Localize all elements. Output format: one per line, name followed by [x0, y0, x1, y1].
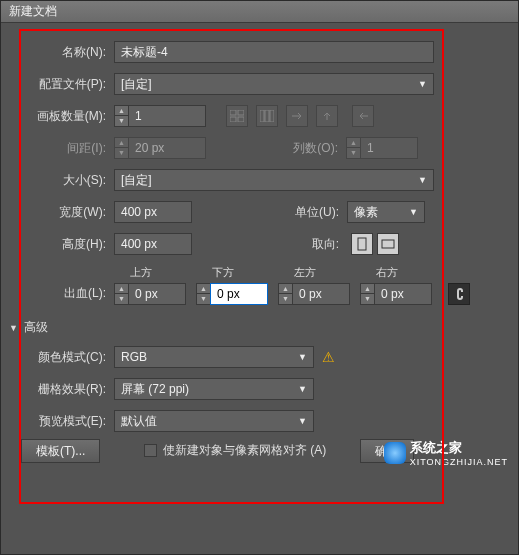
dialog-content: 名称(N): 配置文件(P): [自定] ▼ 画板数量(M): ▲▼	[1, 23, 518, 477]
artboards-input[interactable]	[128, 105, 206, 127]
portrait-button[interactable]	[351, 233, 373, 255]
spin-down-icon[interactable]: ▼	[115, 294, 128, 304]
advanced-toggle[interactable]: ▼ 高级	[9, 319, 500, 336]
svg-rect-2	[230, 117, 236, 122]
chevron-down-icon: ▼	[418, 79, 427, 89]
spacing-input	[128, 137, 206, 159]
watermark-url: XITONGZHIJIA.NET	[410, 457, 508, 467]
grid-row-icon[interactable]	[226, 105, 248, 127]
bleed-top-label: 上方	[114, 265, 152, 280]
raster-value: 屏幕 (72 ppi)	[121, 381, 189, 398]
watermark-logo-icon	[384, 442, 406, 464]
chevron-down-icon: ▼	[298, 384, 307, 394]
columns-input	[360, 137, 418, 159]
spacing-spinner: ▲▼	[114, 137, 206, 159]
label-colormode: 颜色模式(C):	[19, 349, 114, 366]
svg-rect-4	[260, 110, 264, 122]
new-document-dialog: 新建文档 名称(N): 配置文件(P): [自定] ▼ 画板数量(M): ▲▼	[0, 0, 519, 555]
bleed-right-spinner[interactable]: ▲▼	[360, 283, 432, 305]
label-size: 大小(S):	[19, 172, 114, 189]
name-input[interactable]	[114, 41, 434, 63]
size-value: [自定]	[121, 172, 152, 189]
spin-up-icon: ▲	[115, 138, 128, 148]
svg-rect-8	[382, 240, 394, 248]
label-spacing: 间距(I):	[19, 140, 114, 157]
bleed-bottom-spinner[interactable]: ▲▼	[196, 283, 268, 305]
colormode-value: RGB	[121, 350, 147, 364]
spin-down-icon: ▼	[347, 148, 360, 158]
unit-value: 像素	[354, 204, 378, 221]
chevron-down-icon: ▼	[298, 352, 307, 362]
landscape-button[interactable]	[377, 233, 399, 255]
dialog-title: 新建文档	[1, 1, 518, 23]
spin-up-icon[interactable]: ▲	[115, 284, 128, 294]
template-button[interactable]: 模板(T)...	[21, 439, 100, 463]
spin-down-icon[interactable]: ▼	[279, 294, 292, 304]
triangle-down-icon: ▼	[9, 323, 18, 333]
label-bleed: 出血(L):	[19, 285, 114, 305]
label-height: 高度(H):	[19, 236, 114, 253]
chevron-down-icon: ▼	[298, 416, 307, 426]
artboards-spinner[interactable]: ▲▼	[114, 105, 206, 127]
label-raster: 栅格效果(R):	[19, 381, 114, 398]
label-preview: 预览模式(E):	[19, 413, 114, 430]
bleed-left-input[interactable]	[292, 283, 350, 305]
profile-value: [自定]	[121, 76, 152, 93]
svg-rect-1	[238, 110, 244, 115]
bleed-bottom-label: 下方	[196, 265, 234, 280]
columns-spinner: ▲▼	[346, 137, 418, 159]
bleed-top-input[interactable]	[128, 283, 186, 305]
spin-down-icon[interactable]: ▼	[197, 294, 210, 304]
chevron-down-icon: ▼	[409, 207, 418, 217]
spin-up-icon: ▲	[347, 138, 360, 148]
svg-rect-6	[270, 110, 274, 122]
label-name: 名称(N):	[19, 44, 114, 61]
size-select[interactable]: [自定] ▼	[114, 169, 434, 191]
spin-up-icon[interactable]: ▲	[115, 106, 128, 116]
advanced-label: 高级	[24, 319, 48, 336]
preview-value: 默认值	[121, 413, 157, 430]
spin-up-icon[interactable]: ▲	[361, 284, 374, 294]
bleed-top-spinner[interactable]: ▲▼	[114, 283, 186, 305]
svg-rect-7	[358, 238, 366, 250]
label-unit: 单位(U):	[192, 204, 347, 221]
warning-icon: ⚠	[322, 349, 335, 365]
spin-up-icon[interactable]: ▲	[197, 284, 210, 294]
arrow-right-icon[interactable]	[286, 105, 308, 127]
colormode-select[interactable]: RGB ▼	[114, 346, 314, 368]
svg-rect-0	[230, 110, 236, 115]
arrow-left-icon[interactable]	[352, 105, 374, 127]
svg-rect-3	[238, 117, 244, 122]
width-input[interactable]	[114, 201, 192, 223]
label-profile: 配置文件(P):	[19, 76, 114, 93]
spin-down-icon[interactable]: ▼	[361, 294, 374, 304]
bleed-right-input[interactable]	[374, 283, 432, 305]
grid-col-icon[interactable]	[256, 105, 278, 127]
height-input[interactable]	[114, 233, 192, 255]
raster-select[interactable]: 屏幕 (72 ppi) ▼	[114, 378, 314, 400]
spin-up-icon[interactable]: ▲	[279, 284, 292, 294]
label-width: 宽度(W):	[19, 204, 114, 221]
preview-select[interactable]: 默认值 ▼	[114, 410, 314, 432]
bleed-left-spinner[interactable]: ▲▼	[278, 283, 350, 305]
bleed-left-label: 左方	[278, 265, 316, 280]
label-artboards: 画板数量(M):	[19, 108, 114, 125]
unit-select[interactable]: 像素 ▼	[347, 201, 425, 223]
watermark-name: 系统之家	[410, 439, 508, 457]
bleed-right-label: 右方	[360, 265, 398, 280]
profile-select[interactable]: [自定] ▼	[114, 73, 434, 95]
spin-down-icon[interactable]: ▼	[115, 116, 128, 126]
link-bleed-button[interactable]	[448, 283, 470, 305]
arrow-up-icon[interactable]	[316, 105, 338, 127]
watermark: 系统之家 XITONGZHIJIA.NET	[384, 439, 508, 467]
bleed-bottom-input[interactable]	[210, 283, 268, 305]
svg-rect-5	[265, 110, 269, 122]
spin-down-icon: ▼	[115, 148, 128, 158]
chevron-down-icon: ▼	[418, 175, 427, 185]
label-columns: 列数(O):	[206, 140, 346, 157]
label-orient: 取向:	[192, 236, 347, 253]
